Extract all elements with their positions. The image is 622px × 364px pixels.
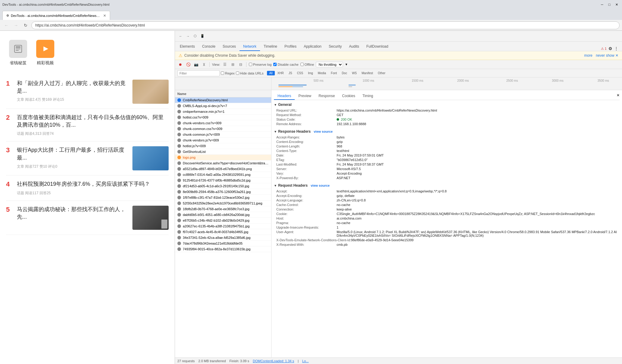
file-row[interactable]: hotlist.js?v=009 bbox=[175, 143, 271, 149]
headers-tab-preview[interactable]: Preview bbox=[295, 93, 315, 100]
view-grouped-btn[interactable]: ⊟ bbox=[238, 62, 244, 68]
view-list-btn[interactable]: ☰ bbox=[222, 62, 228, 68]
headers-tab-response[interactable]: Response bbox=[315, 93, 338, 100]
file-row[interactable]: chunk-vendors.js?v=009 bbox=[175, 138, 271, 143]
devtools-forward-btn[interactable]: → bbox=[185, 33, 191, 40]
close-button[interactable]: ✕ bbox=[614, 2, 620, 8]
icon-item-video[interactable]: 精彩视频 bbox=[36, 40, 54, 66]
filter-type-js[interactable]: JS bbox=[287, 71, 294, 75]
throttle-select[interactable]: No throttling bbox=[316, 62, 343, 67]
file-row[interactable]: a20627ec-6135-4b4b-a38f-21081f9475b1.jpg bbox=[175, 223, 271, 229]
back-button[interactable]: ← bbox=[2, 21, 10, 29]
file-row[interactable]: cmbperformance.min.js?v=1 bbox=[175, 109, 271, 115]
view-large-btn[interactable]: ⊞ bbox=[230, 62, 236, 68]
headers-tab-cookies[interactable]: Cookies bbox=[338, 93, 359, 100]
view-source-link[interactable]: view source bbox=[314, 130, 333, 133]
tab-close-button[interactable]: ✕ bbox=[103, 14, 106, 18]
filter-type-css[interactable]: CSS bbox=[295, 71, 305, 75]
response-headers-section-header[interactable]: ▼ Response Headers view source bbox=[274, 129, 620, 134]
general-section-header[interactable]: ▼ General bbox=[274, 103, 620, 107]
maximize-button[interactable]: □ bbox=[606, 2, 612, 8]
icon-item-qianmiji[interactable]: 省钱秘笈 bbox=[9, 40, 27, 66]
devtools-inspect-btn[interactable]: ⬡ bbox=[192, 33, 198, 40]
filter-type-all[interactable]: All bbox=[267, 71, 275, 75]
filter-type-media[interactable]: Media bbox=[316, 71, 328, 75]
disable-cache-checkbox[interactable]: Disable cache bbox=[273, 63, 298, 66]
offline-input[interactable] bbox=[300, 63, 304, 66]
hide-data-urls-input[interactable] bbox=[236, 71, 239, 75]
regex-input[interactable] bbox=[221, 71, 224, 75]
tab-console[interactable]: Console bbox=[198, 43, 219, 51]
filter-type-manifest[interactable]: Manifest bbox=[360, 71, 375, 75]
file-row[interactable]: GetShortcutList bbox=[175, 149, 271, 155]
file-row[interactable]: chunk-vendors.css?v=009 bbox=[175, 120, 271, 126]
headers-tab-headers[interactable]: Headers bbox=[274, 93, 295, 100]
file-row[interactable]: CMBLS-AppLog-sl-dev.js?v=7 bbox=[175, 103, 271, 109]
tab-timeline[interactable]: Timeline bbox=[260, 43, 281, 51]
file-row[interactable]: 18bfb2d8-0b70-4768-ae0e-ee3658fc7ce3.jpg bbox=[175, 206, 271, 212]
record-button[interactable]: ⏺ bbox=[177, 62, 183, 68]
file-row[interactable]: cc886fe7-0314-4af2-a00a-294381029591.png bbox=[175, 172, 271, 178]
news-item[interactable]: 1 和「副业月入过万」的人聊完，收获最大的竟是... 文章 阅读2.4万 赞16… bbox=[6, 75, 169, 109]
devtools-device-btn[interactable]: 📱 bbox=[199, 33, 206, 40]
settings-icon[interactable]: ⚙ bbox=[608, 46, 612, 51]
news-item[interactable]: 5 马云揭露的成功秘诀：那些找不到工作的人，先... bbox=[6, 201, 169, 235]
file-row[interactable]: df214d53-ab05-4c1d-a6c3-291f0149c150.jpg bbox=[175, 183, 271, 189]
file-row[interactable]: 9125481d-6726-4377-bf0b-46885dbd5c2d.jpg bbox=[175, 178, 271, 183]
never-show-link[interactable]: never show ✕ bbox=[596, 53, 618, 58]
filter-input[interactable] bbox=[177, 70, 220, 76]
file-row[interactable]: 52f30c843259e28ee2e4cb1970ced6b936589711… bbox=[175, 201, 271, 206]
forward-button[interactable]: → bbox=[12, 21, 20, 29]
dom-content-loaded-link[interactable]: DOMContentLoaded: 1.34 s bbox=[253, 359, 294, 363]
file-row[interactable]: chunk-common.js?v=009 bbox=[175, 132, 271, 138]
filter-btn[interactable]: ⊻ bbox=[201, 62, 207, 68]
preserve-log-input[interactable] bbox=[249, 63, 252, 66]
filter-type-other[interactable]: Other bbox=[376, 71, 388, 75]
browser-tab-active[interactable]: ⚙ DevTools - ai.cmbchina.com/mbf4infoweb… bbox=[2, 11, 110, 20]
more-link[interactable]: more bbox=[584, 53, 592, 58]
file-row[interactable]: DiscoverHotService.ashx?type=discoverHot… bbox=[175, 160, 271, 166]
tab-audits[interactable]: Audits bbox=[345, 43, 363, 51]
tab-network[interactable]: Network bbox=[240, 43, 260, 51]
filter-type-doc[interactable]: Doc bbox=[340, 71, 349, 75]
file-row[interactable]: 8e009b89-2594-458b-a376-12600f53a261.jpg bbox=[175, 189, 271, 195]
filter-type-img[interactable]: Img bbox=[306, 71, 315, 75]
minimize-button[interactable]: ─ bbox=[599, 2, 605, 8]
news-item[interactable]: 4 社科院预测2019年房价涨7.6%，买房应该抓紧下手吗？ 话题 阅读117 … bbox=[6, 176, 169, 201]
tab-profiles[interactable]: Profiles bbox=[281, 43, 300, 51]
file-row[interactable]: 74935f84-9015-40ce-882a-8e37d110615b.jpg bbox=[175, 246, 271, 252]
file-row[interactable]: a5521d9a-d897-4849-bf28-e67e8bed341b.png bbox=[175, 166, 271, 172]
capture-screenshots-btn[interactable]: 📷 bbox=[193, 62, 199, 68]
file-row[interactable]: dabfd0b5-b5f1-4051-a680-cb8426a200dd.jpg bbox=[175, 212, 271, 218]
offline-checkbox[interactable]: Offline bbox=[300, 63, 314, 66]
filter-type-ws[interactable]: WS bbox=[350, 71, 359, 75]
file-row[interactable]: hotlist.css?v=009 bbox=[175, 115, 271, 120]
file-row[interactable]: 34e37341-52eb-42ca-a9ae-fd529a1385d6.jpg bbox=[175, 235, 271, 241]
preserve-log-checkbox[interactable]: Preserve log bbox=[249, 63, 272, 66]
close-headers-btn[interactable]: ✕ bbox=[617, 93, 620, 97]
tab-security[interactable]: Security bbox=[325, 43, 345, 51]
tab-application[interactable]: Application bbox=[300, 43, 325, 51]
regex-checkbox[interactable]: Regex bbox=[221, 71, 235, 75]
tab-elements[interactable]: Elements bbox=[176, 43, 198, 51]
request-headers-section-header[interactable]: ▼ Request Headers view source bbox=[274, 183, 620, 188]
tab-fulldownload[interactable]: FullDownload bbox=[363, 43, 392, 51]
disable-cache-input[interactable] bbox=[273, 63, 277, 66]
more-icon[interactable]: ⋮ bbox=[614, 46, 618, 51]
load-link[interactable]: Lo... bbox=[302, 359, 309, 363]
file-row[interactable]: 7dac478d96b342eeaa121e818dddfde05 bbox=[175, 241, 271, 246]
address-bar[interactable]: https://ai.cmbchina.com/mbf4infoweb/CmbR… bbox=[31, 21, 620, 29]
news-item[interactable]: 3 银行App大比拼：工行用户最多，招行活跃度最... 文章 阅读727 赞10… bbox=[6, 141, 169, 176]
file-row[interactable]: CmbReferNewsDiscovery.html bbox=[175, 97, 271, 103]
filter-type-font[interactable]: Font bbox=[329, 71, 339, 75]
request-view-source-link[interactable]: view source bbox=[311, 184, 330, 187]
file-row[interactable]: chunk-common.css?v=009 bbox=[175, 126, 271, 132]
devtools-back-btn[interactable]: ← bbox=[177, 33, 184, 40]
file-row[interactable]: f97c4027-aceb-4e45-8c4f-0037d4b34f65.jpg bbox=[175, 229, 271, 235]
filter-type-xhr[interactable]: XHR bbox=[275, 71, 286, 75]
hide-data-urls-checkbox[interactable]: Hide data URLs bbox=[236, 71, 264, 75]
reload-button[interactable]: ↻ bbox=[22, 21, 30, 29]
headers-tab-timing[interactable]: Timing bbox=[359, 93, 377, 100]
news-item[interactable]: 2 百度市值被美团和滴滴超过，只有今日头条估值的60%、阿里及腾讯市值的10%，… bbox=[6, 109, 169, 141]
clear-button[interactable]: 🚫 bbox=[185, 62, 191, 68]
